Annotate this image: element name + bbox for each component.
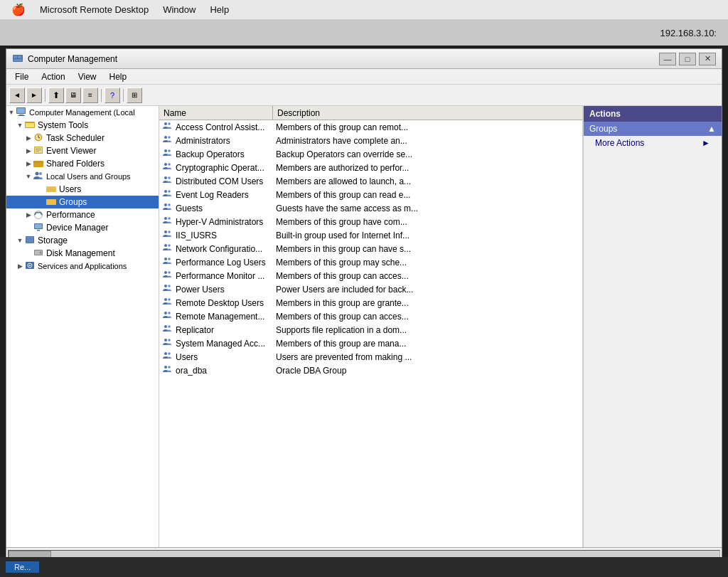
menu-help[interactable]: Help	[104, 70, 133, 83]
macos-menu-window[interactable]: Window	[163, 4, 196, 15]
svg-point-49	[168, 163, 171, 166]
app-toolbar: ◄ ► ⬆ 🖥 ≡ ? ⊞	[6, 85, 722, 106]
svg-point-43	[168, 122, 171, 125]
expand-icon: ▶	[25, 211, 32, 218]
list-row[interactable]: Network Configuratio...Members in this g…	[159, 242, 582, 255]
list-row[interactable]: ora_dbaOracle DBA Group	[159, 364, 582, 377]
list-row[interactable]: Backup OperatorsBackup Operators can ove…	[159, 147, 582, 161]
macos-menu-items: Microsoft Remote Desktop Window Help	[40, 4, 229, 15]
toolbar-snap-button[interactable]: ⊞	[127, 88, 142, 103]
group-name-cell: Backup Operators	[159, 148, 273, 160]
tree-item-services-applications[interactable]: ▶ Services and Applications	[6, 260, 159, 272]
menu-file[interactable]: File	[9, 70, 34, 83]
expand-icon: ▶	[25, 147, 32, 154]
tree-item-computer-management[interactable]: ▼ Computer Management (Local	[6, 106, 159, 119]
group-name-cell: Event Log Readers	[159, 189, 273, 201]
toolbar-computer-button[interactable]: 🖥	[65, 88, 81, 103]
svg-rect-33	[26, 237, 33, 243]
list-row[interactable]: Remote Management...Members of this grou…	[159, 309, 582, 323]
macos-menu-help[interactable]: Help	[210, 4, 229, 15]
list-row[interactable]: IIS_IUSRSBuilt-in group used for Interne…	[159, 228, 582, 242]
list-panel: Name Description Access Control Assist..…	[159, 106, 583, 547]
list-body: Access Control Assist...Members of this …	[159, 120, 582, 547]
group-name-text: Performance Monitor ...	[176, 271, 264, 281]
menu-action[interactable]: Action	[36, 70, 70, 83]
macos-menu-remote-desktop[interactable]: Microsoft Remote Desktop	[40, 4, 149, 15]
svg-rect-27	[46, 199, 50, 201]
toolbar-back-button[interactable]: ◄	[9, 88, 25, 103]
list-row[interactable]: GuestsGuests have the same access as m..…	[159, 201, 582, 215]
tree-item-system-tools[interactable]: ▼ System Tools	[6, 119, 159, 132]
tree-item-groups[interactable]: ▶ Groups	[6, 196, 159, 208]
column-header-description[interactable]: Description	[273, 106, 582, 120]
group-name-text: Event Log Readers	[176, 190, 249, 200]
scroll-thumb[interactable]	[9, 551, 51, 558]
group-name-text: Distributed COM Users	[176, 176, 263, 186]
tree-item-performance[interactable]: ▶ Performance	[6, 208, 159, 221]
list-row[interactable]: Access Control Assist...Members of this …	[159, 120, 582, 134]
column-header-name[interactable]: Name	[159, 106, 273, 120]
group-desc-cell: Members of this group can acces...	[273, 312, 582, 322]
svg-point-73	[168, 325, 171, 328]
group-desc-cell: Members of this group are mana...	[273, 339, 582, 349]
svg-point-71	[168, 312, 171, 314]
svg-point-67	[168, 285, 171, 287]
group-name-cell: Performance Log Users	[159, 256, 273, 268]
tree-label-system-tools: System Tools	[38, 120, 88, 130]
group-name-cell: Administrators	[159, 134, 273, 147]
users-icon	[33, 171, 44, 183]
toolbar-up-button[interactable]: ⬆	[48, 88, 64, 103]
taskbar-item[interactable]: Re...	[6, 561, 39, 573]
group-name-cell: ora_dba	[159, 364, 273, 376]
tree-item-task-scheduler[interactable]: ▶ Task Scheduler	[6, 132, 159, 144]
list-row[interactable]: Event Log ReadersMembers of this group c…	[159, 188, 582, 201]
list-row[interactable]: Remote Desktop UsersMembers in this grou…	[159, 296, 582, 309]
list-row[interactable]: Distributed COM UsersMembers are allowed…	[159, 174, 582, 188]
list-row[interactable]: System Managed Acc...Members of this gro…	[159, 337, 582, 350]
tree-item-device-manager[interactable]: ▶ Device Manager	[6, 221, 159, 234]
window-titlebar: Computer Management — □ ✕	[6, 49, 722, 69]
list-row[interactable]: Performance Log UsersMembers of this gro…	[159, 255, 582, 269]
device-icon	[33, 222, 44, 234]
close-button[interactable]: ✕	[699, 53, 716, 65]
tree-item-storage[interactable]: ▼ Storage	[6, 234, 159, 247]
list-row[interactable]: ReplicatorSupports file replication in a…	[159, 323, 582, 337]
tree-item-shared-folders[interactable]: ▶ Shared Folders	[6, 157, 159, 170]
svg-point-46	[164, 149, 167, 152]
svg-point-79	[168, 366, 171, 369]
apple-logo-icon[interactable]: 🍎	[11, 3, 26, 16]
list-row[interactable]: Cryptographic Operat...Members are autho…	[159, 161, 582, 174]
svg-point-47	[168, 149, 171, 152]
toolbar-list-button[interactable]: ≡	[82, 88, 98, 103]
group-name-text: Access Control Assist...	[176, 122, 264, 132]
group-name-text: IIS_IUSRS	[176, 231, 217, 240]
group-desc-cell: Guests have the same access as m...	[273, 203, 582, 213]
minimize-button[interactable]: —	[659, 53, 676, 65]
svg-point-38	[40, 251, 42, 253]
group-icon	[162, 351, 173, 363]
tree-item-event-viewer[interactable]: ▶ Event Viewer	[6, 144, 159, 157]
list-row[interactable]: Power UsersPower Users are included for …	[159, 282, 582, 296]
performance-icon	[33, 209, 44, 221]
actions-subheader[interactable]: Groups ▲	[584, 122, 722, 136]
svg-point-42	[164, 122, 167, 125]
group-icon	[162, 134, 173, 147]
tree-item-disk-management[interactable]: ▶ Disk Management	[6, 247, 159, 260]
menu-view[interactable]: View	[73, 70, 102, 83]
computer-icon	[16, 107, 27, 119]
list-row[interactable]: Performance Monitor ...Members of this g…	[159, 269, 582, 282]
group-name-cell: Network Configuratio...	[159, 243, 273, 255]
list-row[interactable]: AdministratorsAdministrators have comple…	[159, 134, 582, 147]
tree-item-local-users-groups[interactable]: ▼ Local Users and Groups	[6, 170, 159, 183]
svg-point-60	[164, 244, 167, 247]
more-actions-item[interactable]: More Actions ►	[584, 136, 722, 150]
tree-item-users[interactable]: ▶ Users	[6, 183, 159, 196]
toolbar-forward-button[interactable]: ►	[26, 88, 42, 103]
toolbar-help-button[interactable]: ?	[105, 88, 120, 103]
list-row[interactable]: UsersUsers are prevented from making ...	[159, 350, 582, 364]
maximize-button[interactable]: □	[679, 53, 696, 65]
main-content-area: ▼ Computer Management (Local ▼ System To…	[6, 106, 722, 547]
list-row[interactable]: Hyper-V AdministratorsMembers of this gr…	[159, 215, 582, 228]
actions-collapse-icon[interactable]: ▲	[707, 124, 716, 134]
group-desc-cell: Members of this group can remot...	[273, 122, 582, 132]
